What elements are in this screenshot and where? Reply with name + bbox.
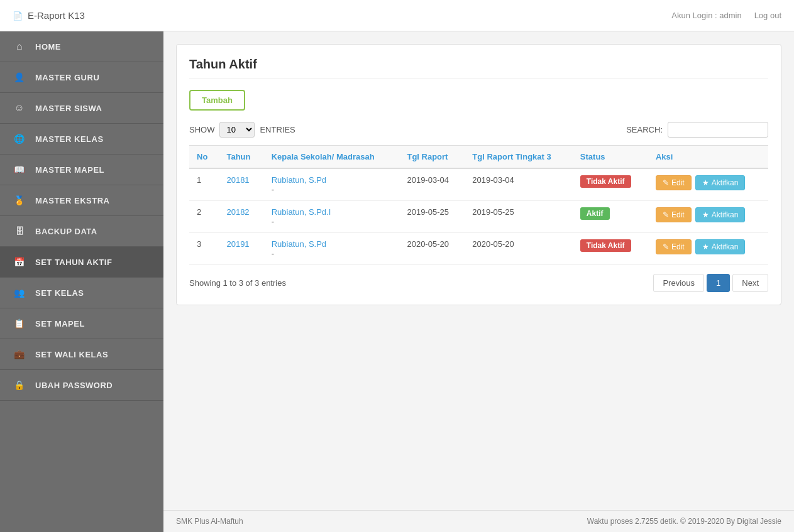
copyright: Waktu proses 2.7255 detik. © 2019-2020 B… [587,517,781,526]
search-label: SEARCH: [626,125,663,134]
kelas-icon [13,132,26,146]
sidebar-item-set-tahun-aktif[interactable]: SET TAHUN AKTIF [0,247,163,278]
col-tgl-raport-t3: Tgl Raport Tingkat 3 [465,146,573,169]
kepala-link[interactable]: Rubiatun, S.Pd [272,239,326,249]
search-box: SEARCH: [626,122,768,138]
cell-status: Tidak Aktif [573,168,648,201]
sidebar-item-master-siswa[interactable]: MASTER SISWA [0,93,163,124]
setmapel-icon [13,317,26,330]
table-row: 3 20191 Rubiatun, S.Pd - 2020-05-20 2020… [189,233,768,265]
kepala-link[interactable]: Rubiatun, S.Pd.I [272,207,331,217]
sidebar-item-master-guru[interactable]: MASTER GURU [0,62,163,93]
show-label: SHOW [189,125,214,134]
kepala-link[interactable]: Rubiatun, S.Pd [272,175,326,185]
school-name: SMK Plus Al-Maftuh [176,517,243,526]
status-badge: Aktif [580,207,610,220]
sidebar-item-backup-data[interactable]: BACKUP DATA [0,216,163,247]
sidebar-item-label: MASTER MAPEL [35,165,104,175]
setkelas-icon [13,286,26,300]
tahun-link[interactable]: 20181 [226,175,249,185]
sidebar-item-ubah-password[interactable]: UBAH PASSWORD [0,370,163,401]
search-input[interactable] [668,122,768,138]
action-btns: ✎ Edit ★ Aktifkan [656,239,761,254]
sidebar-item-master-mapel[interactable]: MASTER MAPEL [0,155,163,185]
sidebar-item-home[interactable]: HOME [0,31,163,62]
aktifkan-button[interactable]: ★ Aktifkan [695,239,746,254]
status-badge: Tidak Aktif [580,175,631,188]
showing-info: Showing 1 to 3 of 3 entries [189,278,286,288]
cell-no: 1 [189,168,219,201]
ekstra-icon [13,193,26,207]
data-table: No Tahun Kepala Sekolah/ Madrasah Tgl Ra… [189,145,768,265]
next-button[interactable]: Next [732,274,768,292]
tahun-link[interactable]: 20191 [226,239,249,249]
edit-button[interactable]: ✎ Edit [656,175,692,190]
pagination: Previous 1 Next [653,274,768,292]
cell-kepala: Rubiatun, S.Pd - [264,168,400,201]
cell-tahun: 20191 [219,233,263,265]
sidebar-item-label: MASTER SISWA [35,104,102,113]
previous-button[interactable]: Previous [653,274,704,292]
aktifkan-button[interactable]: ★ Aktifkan [695,207,746,222]
sidebar-item-master-ekstra[interactable]: MASTER EKSTRA [0,185,163,216]
sidebar-item-set-kelas[interactable]: SET KELAS [0,278,163,308]
logout-button[interactable]: Log out [754,11,781,20]
entries-label: ENTRIES [260,125,295,134]
cell-no: 3 [189,233,219,265]
entries-select[interactable]: 10 25 50 100 [219,122,255,138]
cell-status: Aktif [573,201,648,233]
sidebar-item-set-mapel[interactable]: SET MAPEL [0,308,163,339]
cell-tgl-raport-t3: 2020-05-20 [465,233,573,265]
sidebar-item-label: HOME [35,42,61,52]
tambah-button[interactable]: Tambah [189,90,245,111]
guru-icon [13,70,26,84]
cell-tgl-raport: 2019-05-25 [399,201,465,233]
table-row: 2 20182 Rubiatun, S.Pd.I - 2019-05-25 20… [189,201,768,233]
table-controls: SHOW 10 25 50 100 ENTRIES SEARCH: [189,122,768,138]
col-status: Status [573,146,648,169]
sidebar-item-label: MASTER GURU [35,73,99,82]
col-aksi: Aksi [648,146,768,169]
backup-icon [13,224,26,238]
aktifkan-button[interactable]: ★ Aktifkan [695,175,746,190]
password-icon [13,378,26,392]
edit-button[interactable]: ✎ Edit [656,239,692,254]
sidebar-item-label: SET MAPEL [35,319,85,328]
siswa-icon [13,101,26,115]
action-btns: ✎ Edit ★ Aktifkan [656,207,761,222]
cell-tahun: 20181 [219,168,263,201]
account-label: Akun Login : admin [671,11,741,20]
kepala-sub: - [272,217,274,226]
walikelas-icon [13,347,26,361]
action-btns: ✎ Edit ★ Aktifkan [656,175,761,190]
star-icon: ★ [702,178,709,187]
sidebar-item-label: MASTER KELAS [35,134,104,144]
star-icon: ★ [702,242,709,251]
header-brand: E-Raport K13 [13,10,85,21]
top-header: E-Raport K13 Akun Login : admin Log out [0,0,794,31]
sidebar-item-label: UBAH PASSWORD [35,381,113,390]
page-1-button[interactable]: 1 [707,274,730,292]
header-title: E-Raport K13 [28,10,85,21]
cell-tgl-raport-t3: 2019-05-25 [465,201,573,233]
sidebar-item-master-kelas[interactable]: MASTER KELAS [0,124,163,155]
edit-button[interactable]: ✎ Edit [656,207,692,222]
tahun-link[interactable]: 20182 [226,207,249,217]
mapel-icon [13,163,26,176]
sidebar-item-label: SET TAHUN AKTIF [35,258,112,267]
star-icon: ★ [702,210,709,219]
pencil-icon: ✎ [663,242,669,251]
cell-aksi: ✎ Edit ★ Aktifkan [648,201,768,233]
sidebar-item-set-wali-kelas[interactable]: SET WALI KELAS [0,339,163,370]
cell-aksi: ✎ Edit ★ Aktifkan [648,233,768,265]
cell-tgl-raport: 2020-05-20 [399,233,465,265]
col-tahun: Tahun [219,146,263,169]
kepala-sub: - [272,185,274,194]
page-title: Tahun Aktif [189,57,768,79]
cell-tgl-raport: 2019-03-04 [399,168,465,201]
table-header-row: No Tahun Kepala Sekolah/ Madrasah Tgl Ra… [189,146,768,169]
home-icon [13,40,26,53]
cell-no: 2 [189,201,219,233]
main-content: Tahun Aktif Tambah SHOW 10 25 50 100 ENT… [163,31,794,532]
sidebar-item-label: SET KELAS [35,288,84,298]
